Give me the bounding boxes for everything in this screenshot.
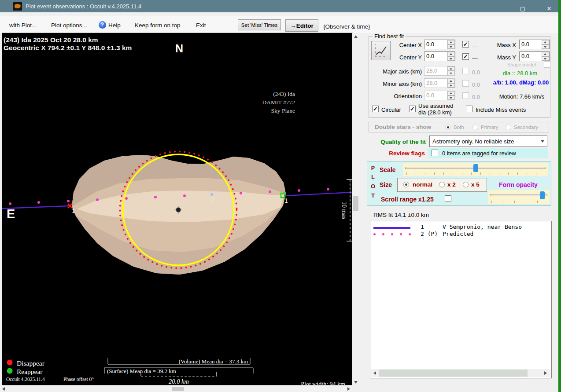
find-best-fit-caption: Find best fit xyxy=(373,33,406,40)
mass-x-spinner[interactable]: 0.0 xyxy=(519,40,550,49)
minimize-button[interactable]: — xyxy=(485,5,506,12)
include-miss-checkbox[interactable] xyxy=(466,106,472,112)
chord2-dots-sample xyxy=(409,233,411,235)
quality-dropdown[interactable]: Astrometry only. No reliable size xyxy=(429,136,547,147)
list-scroll-left-icon[interactable] xyxy=(373,371,376,375)
major-axis-spinner: 28.0 xyxy=(424,66,455,76)
double-secondary-radio xyxy=(506,125,511,130)
spin-up-icon[interactable] xyxy=(542,52,549,56)
major-axis-value: 28.0 xyxy=(424,66,447,75)
quality-label: Quality of the fit xyxy=(368,139,426,145)
mass-y-spinner[interactable]: 0.0 xyxy=(519,51,550,61)
size-x2-radio[interactable] xyxy=(439,182,445,187)
close-button[interactable]: ✕ xyxy=(539,5,559,12)
scale-slider-thumb[interactable] xyxy=(473,164,478,172)
plot-title-line1: (243) Ida 2025 Oct 20 28.0 km xyxy=(4,36,98,44)
center-x-checkbox[interactable] xyxy=(462,41,469,48)
chord-list-box[interactable] xyxy=(370,221,552,378)
menu-keep-on-top[interactable]: Keep form on top xyxy=(135,22,181,29)
ab-dmag-text: a/b: 1.00, dMag: 0.00 xyxy=(491,79,551,86)
form-opacity-thumb[interactable] xyxy=(540,191,545,199)
svg-text:DAMIT #772: DAMIT #772 xyxy=(262,99,295,106)
scroll-right-icon[interactable] xyxy=(347,387,350,391)
form-opacity-slider[interactable] xyxy=(488,190,550,204)
help-icon[interactable]: ? xyxy=(99,21,106,29)
mass-y-value[interactable]: 0.0 xyxy=(520,52,542,61)
menu-help[interactable]: Help xyxy=(108,22,121,29)
orientation-checkbox xyxy=(462,92,469,99)
dia-text: dia = 28.0 km xyxy=(493,70,547,77)
scroll-down-icon[interactable] xyxy=(354,381,358,384)
double-primary-label: Primary xyxy=(481,125,498,130)
form-opacity-label: Form opacity xyxy=(499,181,538,188)
double-stars-label: Double stars - show xyxy=(375,124,431,130)
chord1-right-label: 1 xyxy=(284,197,288,204)
list-horizontal-scrollbar[interactable] xyxy=(371,369,550,377)
disappear-label: Disappear xyxy=(17,359,45,367)
chord1-name[interactable]: V Sempronio, near Benso xyxy=(443,223,522,230)
use-assumed-checkbox[interactable] xyxy=(409,106,416,112)
set-miss-times-button[interactable]: Set 'Miss' Times xyxy=(238,19,281,30)
scroll-range-checkbox[interactable] xyxy=(445,195,451,202)
center-x-flag: --- xyxy=(472,42,478,49)
scroll-range-label: Scroll range x1.25 xyxy=(381,196,434,203)
chevron-down-icon xyxy=(541,140,544,143)
circular-label: Circular xyxy=(381,106,401,113)
scroll-up-icon[interactable] xyxy=(354,35,358,38)
svg-text:Sky Plane: Sky Plane xyxy=(271,107,295,114)
title-bar[interactable]: Plot event observations : Occult v.4.202… xyxy=(0,0,558,12)
plot-vertical-scrollbar[interactable] xyxy=(352,33,359,386)
north-label: N xyxy=(175,42,183,55)
center-x-spinner[interactable]: 0.0 xyxy=(424,40,455,49)
spin-up-icon[interactable] xyxy=(447,52,455,56)
spin-down-icon[interactable] xyxy=(447,44,455,49)
spin-up-icon[interactable] xyxy=(542,40,549,44)
desktop-green-edge xyxy=(558,0,561,392)
list-scroll-right-icon[interactable] xyxy=(544,371,547,375)
spin-down-icon[interactable] xyxy=(542,56,549,61)
minor-axis-spinner: 28.0 xyxy=(424,78,455,88)
double-both-label: Both xyxy=(454,125,464,130)
east-label: E xyxy=(7,207,15,221)
list-scroll-thumb[interactable] xyxy=(379,370,528,377)
double-primary-radio xyxy=(472,125,478,130)
plot-canvas[interactable]: 1 1 2 (243) Ida 2025 Oct 20 28.0 km Geoc… xyxy=(2,33,352,385)
center-x-value[interactable]: 0.0 xyxy=(424,40,447,49)
horizontal-scroll-thumb[interactable] xyxy=(172,387,184,391)
chord2-num[interactable]: 2 (P) xyxy=(421,231,438,237)
use-assumed-label-2: dia (28.0 km) xyxy=(418,109,452,116)
circular-checkbox[interactable] xyxy=(372,106,379,112)
chord2-label: 2 xyxy=(211,196,215,203)
center-y-checkbox[interactable] xyxy=(462,53,469,60)
size-x5-label: x 5 xyxy=(471,181,480,188)
double-both-radio xyxy=(445,125,451,130)
chord1-num[interactable]: 1 xyxy=(421,223,424,230)
scale-slider[interactable] xyxy=(403,163,548,176)
editor-button[interactable]: →Editor xyxy=(285,19,318,32)
vertical-scroll-thumb[interactable] xyxy=(353,196,358,211)
mass-x-value[interactable]: 0.0 xyxy=(520,40,542,49)
major-axis-flag: 0.0 xyxy=(472,69,480,76)
center-y-spinner[interactable]: 0.0 xyxy=(424,51,455,61)
maximize-button[interactable]: ▢ xyxy=(513,5,533,12)
major-axis-label: Major axis (km) xyxy=(378,68,422,75)
menu-plot-options[interactable]: Plot options... xyxy=(51,22,87,29)
chord1-line-sample xyxy=(373,227,410,229)
size-x5-radio[interactable] xyxy=(463,182,469,187)
volume-dia-label: (Volume) Mean dia = 37.3 km xyxy=(179,358,248,365)
review-flags-label: Review flags xyxy=(372,150,425,157)
menu-exit[interactable]: Exit xyxy=(196,22,206,29)
spin-up-icon[interactable] xyxy=(447,40,455,44)
spin-down-icon[interactable] xyxy=(542,44,549,49)
size-normal-radio[interactable] xyxy=(403,182,409,187)
surface-dia-label: (Surface) Mean dia = 39.2 km xyxy=(107,368,176,374)
center-y-value[interactable]: 0.0 xyxy=(424,52,447,61)
review-flags-checkbox[interactable] xyxy=(432,150,438,156)
spin-down-icon[interactable] xyxy=(447,56,455,61)
scroll-left-icon[interactable] xyxy=(2,387,5,391)
menu-with-plot[interactable]: with Plot... xyxy=(9,22,37,29)
chord2-name[interactable]: Predicted xyxy=(443,231,473,237)
plot-horizontal-scrollbar[interactable] xyxy=(0,386,352,392)
chord1-left-label: 1 xyxy=(72,207,75,214)
motion-text: Motion: 7.66 km/s xyxy=(494,93,550,100)
